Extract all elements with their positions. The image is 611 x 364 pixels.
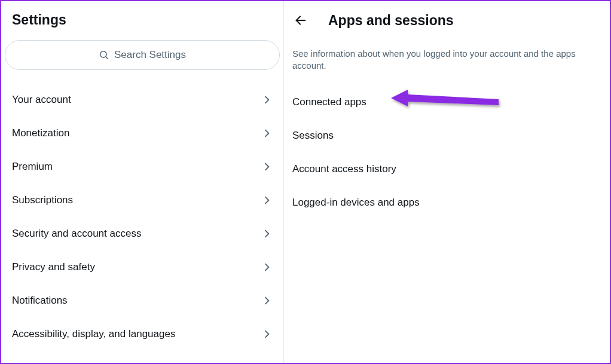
menu-label: Premium: [12, 161, 53, 173]
chevron-right-icon: [261, 161, 273, 173]
session-label: Logged-in devices and apps: [292, 197, 420, 208]
item-connected-apps[interactable]: Connected apps: [284, 85, 610, 119]
session-label: Account access history: [292, 163, 396, 175]
search-placeholder: Search Settings: [114, 49, 186, 61]
search-container: Search Settings: [1, 40, 283, 76]
menu-your-account[interactable]: Your account: [1, 83, 283, 117]
chevron-right-icon: [261, 127, 273, 139]
menu-premium[interactable]: Premium: [1, 150, 283, 183]
chevron-right-icon: [261, 328, 273, 340]
svg-point-0: [100, 51, 107, 58]
menu-label: Monetization: [12, 127, 69, 139]
detail-title: Apps and sessions: [328, 13, 454, 29]
session-label: Connected apps: [292, 96, 366, 108]
menu-label: Notifications: [12, 295, 68, 307]
item-account-access-history[interactable]: Account access history: [284, 152, 610, 186]
menu-notifications[interactable]: Notifications: [1, 284, 283, 317]
session-label: Sessions: [292, 130, 334, 141]
item-sessions[interactable]: Sessions: [284, 119, 610, 152]
session-list: Connected apps Sessions Account access h…: [284, 83, 610, 219]
detail-header: Apps and sessions: [284, 1, 610, 39]
arrow-left-icon: [294, 14, 307, 27]
menu-label: Security and account access: [12, 228, 141, 240]
settings-menu: Your account Monetization Premium Subscr…: [1, 76, 283, 351]
svg-line-1: [106, 57, 108, 59]
chevron-right-icon: [261, 194, 273, 206]
menu-accessibility[interactable]: Accessibility, display, and languages: [1, 317, 283, 351]
search-icon: [99, 50, 109, 60]
detail-panel: Apps and sessions See information about …: [284, 1, 610, 363]
settings-title: Settings: [1, 1, 283, 40]
menu-privacy[interactable]: Privacy and safety: [1, 250, 283, 284]
menu-monetization[interactable]: Monetization: [1, 117, 283, 150]
chevron-right-icon: [261, 295, 273, 307]
menu-label: Accessibility, display, and languages: [12, 328, 175, 340]
chevron-right-icon: [261, 94, 273, 106]
menu-label: Privacy and safety: [12, 261, 95, 273]
settings-panel: Settings Search Settings Your account Mo…: [1, 1, 284, 363]
detail-description: See information about when you logged in…: [284, 39, 610, 83]
item-logged-in-devices[interactable]: Logged-in devices and apps: [284, 186, 610, 219]
menu-label: Your account: [12, 94, 71, 106]
menu-subscriptions[interactable]: Subscriptions: [1, 183, 283, 217]
back-button[interactable]: [290, 10, 311, 31]
chevron-right-icon: [261, 228, 273, 240]
chevron-right-icon: [261, 261, 273, 273]
menu-label: Subscriptions: [12, 194, 73, 206]
search-input[interactable]: Search Settings: [5, 40, 280, 70]
menu-security[interactable]: Security and account access: [1, 217, 283, 250]
